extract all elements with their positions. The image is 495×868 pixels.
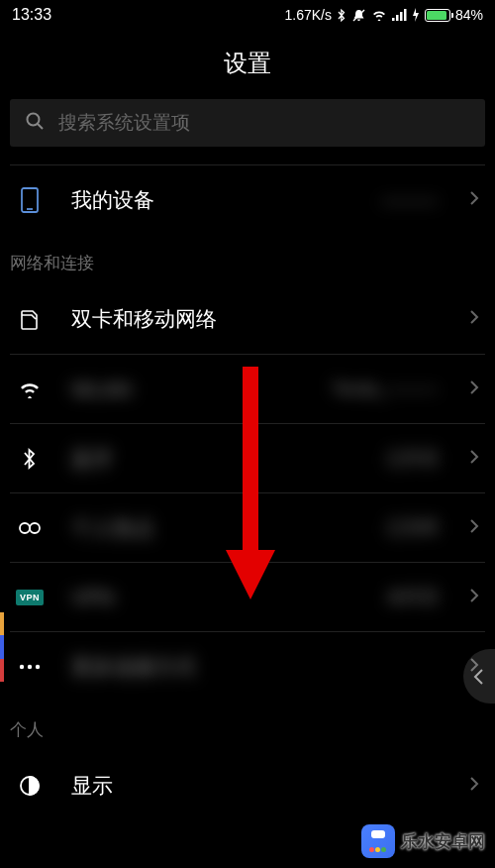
bluetooth-setting-icon	[10, 447, 50, 471]
my-device-item[interactable]: 我的设备 ———	[10, 164, 485, 234]
section-network-header: 网络和连接	[0, 234, 495, 284]
vpn-icon: VPN	[10, 590, 50, 605]
dnd-icon	[351, 8, 366, 23]
bluetooth-icon	[337, 8, 346, 23]
my-device-label: 我的设备	[71, 186, 359, 214]
chevron-right-icon	[469, 776, 479, 796]
svg-rect-4	[404, 9, 407, 21]
net-speed: 1.67K/s	[284, 7, 331, 23]
wifi-item[interactable]: WLAN Tenda_———	[10, 354, 485, 423]
svg-point-11	[20, 664, 24, 668]
sim-label: 双卡和移动网络	[71, 305, 447, 333]
wifi-icon	[371, 9, 387, 21]
watermark-text: 乐水安卓网	[401, 830, 485, 853]
side-indicator	[0, 612, 4, 682]
hotspot-label: 个人热点	[71, 514, 365, 542]
svg-rect-3	[400, 12, 403, 21]
svg-rect-2	[396, 15, 399, 21]
display-icon	[10, 775, 50, 797]
watermark: 乐水安卓网	[361, 824, 485, 858]
my-device-value: ———	[381, 189, 438, 211]
status-time: 13:33	[12, 6, 51, 24]
wifi-setting-icon	[10, 380, 50, 398]
sim-item[interactable]: 双卡和移动网络	[10, 284, 485, 354]
svg-point-13	[36, 664, 40, 668]
wifi-value: Tenda_———	[332, 380, 438, 399]
chevron-right-icon	[469, 449, 479, 469]
battery-icon	[425, 9, 450, 22]
status-right: 1.67K/s 84%	[284, 7, 483, 23]
more-label: 更多连接方式	[71, 653, 447, 681]
hotspot-value: 已关闭	[387, 516, 438, 539]
bluetooth-label: 蓝牙	[71, 445, 365, 473]
display-item[interactable]: 显示	[10, 751, 485, 820]
search-icon	[25, 111, 45, 135]
watermark-logo-icon	[361, 824, 395, 858]
svg-point-10	[30, 523, 40, 533]
sim-icon	[10, 307, 50, 331]
hotspot-item[interactable]: 个人热点 已关闭	[10, 492, 485, 562]
vpn-label: VPN	[71, 586, 365, 609]
chevron-right-icon	[469, 309, 479, 329]
bluetooth-value: 已开启	[387, 447, 438, 470]
svg-line-6	[38, 124, 43, 129]
more-icon	[10, 664, 50, 670]
chevron-right-icon	[469, 380, 479, 399]
bluetooth-item[interactable]: 蓝牙 已开启	[10, 423, 485, 492]
hotspot-icon	[10, 520, 50, 536]
svg-rect-1	[392, 18, 395, 21]
wifi-label: WLAN	[71, 378, 310, 401]
charging-icon	[412, 8, 420, 22]
device-icon	[10, 187, 50, 213]
section-personal-header: 个人	[0, 701, 495, 751]
status-bar: 13:33 1.67K/s 84%	[0, 0, 495, 30]
chevron-right-icon	[469, 518, 479, 538]
chevron-right-icon	[469, 190, 479, 210]
svg-point-9	[20, 523, 30, 533]
vpn-value: 未开启	[387, 586, 438, 608]
battery-pct: 84%	[455, 7, 483, 23]
display-label: 显示	[71, 772, 447, 800]
search-input[interactable]	[58, 112, 470, 134]
signal-icon	[392, 9, 407, 21]
svg-point-5	[28, 114, 40, 126]
chevron-right-icon	[469, 588, 479, 607]
vpn-item[interactable]: VPN VPN 未开启	[10, 562, 485, 631]
page-title: 设置	[0, 30, 495, 99]
more-connections-item[interactable]: 更多连接方式	[10, 631, 485, 701]
search-bar[interactable]	[10, 99, 485, 147]
svg-point-12	[28, 664, 32, 668]
